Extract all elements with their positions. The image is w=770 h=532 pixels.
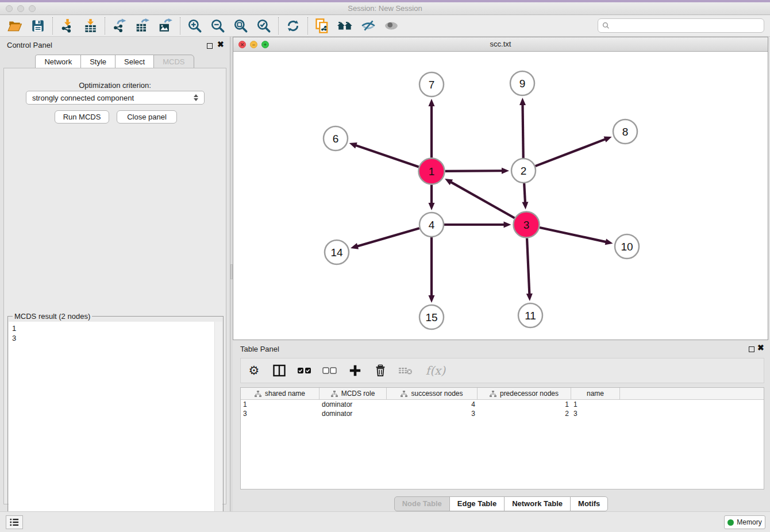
tab-motifs[interactable]: Motifs xyxy=(570,496,608,511)
export-image-icon xyxy=(158,18,173,33)
save-session-button[interactable] xyxy=(26,16,49,36)
hierarchy-icon xyxy=(490,391,496,397)
table-cell[interactable]: 3 xyxy=(571,409,620,418)
show-all-button[interactable] xyxy=(380,16,403,36)
node-table[interactable]: shared nameMCDS rolesuccessor nodesprede… xyxy=(240,387,764,489)
toolbar-separator xyxy=(278,17,279,34)
app-titlebar[interactable]: Session: New Session xyxy=(0,2,770,15)
zoom-fit-icon xyxy=(233,18,248,33)
import-network-button[interactable] xyxy=(56,16,79,36)
hierarchy-icon xyxy=(331,391,338,397)
float-table-panel-icon[interactable] xyxy=(749,345,754,354)
zoom-out-button[interactable] xyxy=(206,16,229,36)
float-panel-icon[interactable] xyxy=(207,42,213,51)
control-panel: Control Panel ✖ Network Style Select MCD… xyxy=(0,37,230,511)
table-toolbar: ⚙ f(x) xyxy=(240,358,764,383)
export-network-button[interactable] xyxy=(108,16,131,36)
delete-table-icon xyxy=(398,365,413,376)
column-header[interactable]: successor nodes xyxy=(387,388,478,399)
optimization-criterion-select[interactable]: strongly connected component xyxy=(26,91,205,105)
node-label: 10 xyxy=(621,241,633,253)
mcds-result-list[interactable]: 1 3 xyxy=(9,322,222,532)
zoom-selected-button[interactable] xyxy=(252,16,275,36)
zoom-out-icon xyxy=(210,18,225,33)
export-table-button[interactable] xyxy=(131,16,154,36)
table-panel-title: Table Panel xyxy=(240,345,279,353)
search-input[interactable] xyxy=(613,20,764,32)
table-tabs: Node Table Edge Table Network Table Moti… xyxy=(233,496,770,511)
close-table-panel-icon[interactable]: ✖ xyxy=(757,343,764,352)
tab-node-table[interactable]: Node Table xyxy=(394,496,450,511)
table-cell[interactable]: 3 xyxy=(387,409,478,418)
column-header[interactable]: shared name xyxy=(241,388,319,399)
add-column-icon xyxy=(349,364,361,377)
search-field[interactable] xyxy=(598,18,764,33)
table-settings-button[interactable]: ⚙ xyxy=(245,361,263,380)
import-table-button[interactable] xyxy=(79,16,102,36)
export-network-icon xyxy=(112,18,127,33)
selected-criterion: strongly connected component xyxy=(32,94,134,102)
deselect-all-columns-button[interactable] xyxy=(321,361,338,380)
zoom-in-button[interactable] xyxy=(183,16,206,36)
network-window-titlebar[interactable]: ✕ − + scc.txt xyxy=(233,37,768,52)
graph-edge-2-3[interactable] xyxy=(524,183,525,203)
table-row[interactable]: 1dominator411 xyxy=(241,400,764,409)
graph-edge-2-9[interactable] xyxy=(522,104,523,158)
function-builder-button[interactable]: f(x) xyxy=(422,361,449,380)
copy-network-button[interactable] xyxy=(311,16,334,36)
zoom-in-icon xyxy=(187,18,202,33)
task-history-button[interactable] xyxy=(6,515,23,529)
graph-edge-1-6[interactable] xyxy=(355,145,419,167)
toolbar-separator xyxy=(307,17,308,34)
table-cell[interactable]: 3 xyxy=(241,409,319,418)
column-header[interactable]: predecessor nodes xyxy=(478,388,571,399)
memory-button[interactable]: Memory xyxy=(724,515,765,529)
column-header[interactable]: name xyxy=(571,388,620,399)
save-session-icon xyxy=(30,18,45,33)
select-all-columns-button[interactable] xyxy=(296,361,313,380)
node-label: 1 xyxy=(429,165,435,178)
add-column-button[interactable] xyxy=(346,361,364,380)
deselect-all-icon xyxy=(322,366,337,375)
delete-column-icon xyxy=(374,364,387,377)
table-cell[interactable]: 1 xyxy=(478,400,571,409)
graph-edge-2-8[interactable] xyxy=(536,139,606,166)
split-table-button[interactable] xyxy=(271,361,288,380)
first-neighbors-button[interactable] xyxy=(334,16,357,36)
table-row[interactable]: 3dominator323 xyxy=(241,409,764,418)
table-cell[interactable]: 1 xyxy=(241,400,319,409)
graph-edge-3-1[interactable] xyxy=(451,182,515,218)
edge-arrowhead xyxy=(429,295,435,303)
table-cell[interactable]: dominator xyxy=(319,409,387,418)
mcds-result-scrollbar[interactable] xyxy=(214,322,222,532)
table-panel-header: Table Panel ✖ xyxy=(233,340,770,356)
column-header[interactable]: MCDS role xyxy=(319,388,387,399)
delete-column-button[interactable] xyxy=(372,361,389,380)
export-image-button[interactable] xyxy=(154,16,177,36)
node-label: 15 xyxy=(425,311,437,323)
close-panel-icon[interactable]: ✖ xyxy=(217,40,224,49)
tab-edge-table[interactable]: Edge Table xyxy=(449,496,505,511)
zoom-fit-button[interactable] xyxy=(229,16,252,36)
tab-network-table[interactable]: Network Table xyxy=(504,496,571,511)
edge-arrowhead xyxy=(605,239,613,245)
network-graph[interactable]: 7968124314101511 xyxy=(233,52,768,340)
table-cell[interactable]: dominator xyxy=(319,400,387,409)
refresh-button[interactable] xyxy=(282,16,305,36)
hide-selected-button[interactable] xyxy=(357,16,380,36)
close-panel-button[interactable]: Close panel xyxy=(117,110,177,124)
table-cell[interactable]: 4 xyxy=(387,400,478,409)
delete-table-button[interactable] xyxy=(397,361,414,380)
copy-network-icon xyxy=(314,18,330,34)
open-session-button[interactable] xyxy=(3,16,26,36)
graph-edge-3-10[interactable] xyxy=(540,228,607,242)
graph-edge-3-11[interactable] xyxy=(527,238,529,295)
first-neighbors-icon xyxy=(337,18,354,33)
table-cell[interactable]: 1 xyxy=(571,400,620,409)
table-cell[interactable]: 2 xyxy=(478,409,571,418)
edge-arrowhead xyxy=(526,294,533,301)
graph-edge-4-14[interactable] xyxy=(357,228,419,246)
graph-edge-1-2[interactable] xyxy=(445,171,503,171)
run-mcds-button[interactable]: Run MCDS xyxy=(55,110,109,124)
node-table-header: shared nameMCDS rolesuccessor nodesprede… xyxy=(241,388,764,400)
